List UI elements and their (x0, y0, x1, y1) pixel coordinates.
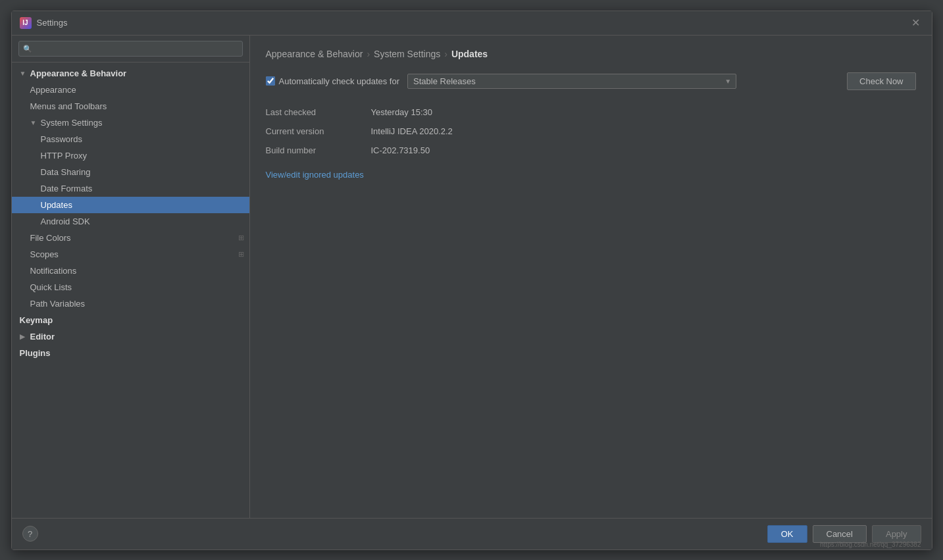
info-grid: Last checked Yesterday 15:30 Current ver… (266, 106, 916, 157)
cancel-button[interactable]: Cancel (813, 525, 867, 543)
current-version-value: IntelliJ IDEA 2020.2.2 (371, 125, 916, 138)
footer-url: https://blog.csdn.net/qq_37296382 (820, 541, 921, 549)
sidebar-item-editor[interactable]: ▶ Editor (12, 328, 249, 345)
search-icon: 🔍 (23, 44, 32, 53)
sidebar-item-date-formats[interactable]: Date Formats (12, 180, 249, 197)
check-now-button[interactable]: Check Now (847, 72, 915, 90)
title-bar: IJ Settings ✕ (12, 11, 932, 36)
dialog-footer: ? OK Cancel Apply https://blog.csdn.net/… (12, 518, 932, 549)
search-box: 🔍 (12, 36, 249, 63)
help-button[interactable]: ? (22, 526, 38, 542)
settings-dialog: IJ Settings ✕ 🔍 ▼ Appearance & Behavior (11, 11, 932, 550)
sidebar-item-android-sdk[interactable]: Android SDK (12, 213, 249, 230)
build-number-value: IC-202.7319.50 (371, 144, 916, 157)
breadcrumb: Appearance & Behavior › System Settings … (266, 49, 916, 59)
current-version-label: Current version (266, 125, 371, 138)
last-checked-value: Yesterday 15:30 (371, 106, 916, 118)
toggle-icon: ▼ (30, 119, 38, 126)
sidebar-item-menus-toolbars[interactable]: Menus and Toolbars (12, 98, 249, 115)
sidebar: 🔍 ▼ Appearance & Behavior Appearance Men… (12, 36, 250, 518)
breadcrumb-part3: Updates (451, 49, 488, 59)
breadcrumb-sep2: › (444, 49, 447, 59)
sidebar-item-appearance[interactable]: Appearance (12, 82, 249, 98)
breadcrumb-part1: Appearance & Behavior (266, 49, 363, 59)
toggle-icon: ▼ (20, 70, 28, 77)
scopes-extra-icon: ⊞ (238, 250, 244, 259)
sidebar-item-http-proxy[interactable]: HTTP Proxy (12, 147, 249, 164)
main-content: Appearance & Behavior › System Settings … (250, 36, 932, 518)
sidebar-item-updates[interactable]: Updates (12, 197, 249, 213)
last-checked-label: Last checked (266, 106, 371, 118)
sidebar-tree: ▼ Appearance & Behavior Appearance Menus… (12, 63, 249, 518)
close-button[interactable]: ✕ (907, 16, 924, 30)
toggle-icon: ▶ (20, 333, 28, 340)
auto-check-label[interactable]: Automatically check updates for (266, 76, 400, 86)
sidebar-item-plugins[interactable]: Plugins (12, 345, 249, 361)
releases-select-wrapper: Stable Releases Early Access Program Bet… (407, 74, 736, 89)
build-number-label: Build number (266, 144, 371, 157)
sidebar-item-passwords[interactable]: Passwords (12, 131, 249, 147)
breadcrumb-sep1: › (367, 49, 370, 59)
file-colors-extra-icon: ⊞ (238, 234, 244, 242)
sidebar-item-scopes[interactable]: Scopes ⊞ (12, 246, 249, 263)
ok-button[interactable]: OK (767, 525, 807, 543)
breadcrumb-part2: System Settings (374, 49, 440, 59)
sidebar-item-data-sharing[interactable]: Data Sharing (12, 164, 249, 180)
sidebar-item-keymap[interactable]: Keymap (12, 312, 249, 328)
sidebar-item-system-settings[interactable]: ▼ System Settings (12, 115, 249, 131)
search-input[interactable] (18, 41, 243, 57)
sidebar-item-file-colors[interactable]: File Colors ⊞ (12, 230, 249, 246)
sidebar-item-appearance-behavior[interactable]: ▼ Appearance & Behavior (12, 65, 249, 82)
view-ignored-updates-link[interactable]: View/edit ignored updates (266, 170, 364, 180)
sidebar-item-path-variables[interactable]: Path Variables (12, 295, 249, 312)
releases-dropdown[interactable]: Stable Releases Early Access Program Bet… (407, 74, 736, 89)
apply-button[interactable]: Apply (872, 525, 921, 543)
sidebar-item-quick-lists[interactable]: Quick Lists (12, 279, 249, 295)
sidebar-item-notifications[interactable]: Notifications (12, 263, 249, 279)
dialog-body: 🔍 ▼ Appearance & Behavior Appearance Men… (12, 36, 932, 518)
app-icon: IJ (20, 17, 32, 29)
auto-check-row: Automatically check updates for Stable R… (266, 72, 916, 90)
dialog-title: Settings (37, 18, 68, 28)
auto-check-checkbox[interactable] (266, 76, 275, 86)
